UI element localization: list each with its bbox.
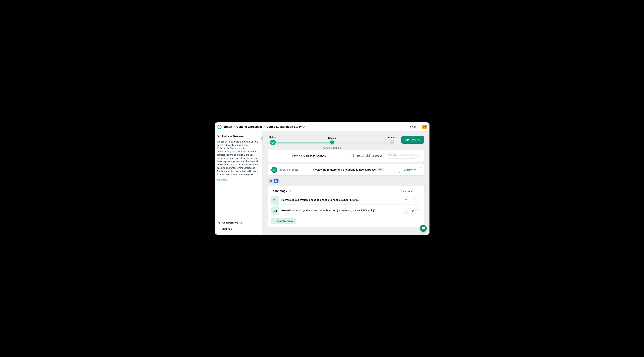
list-view-button[interactable] bbox=[274, 179, 278, 183]
matter-menu-button[interactable] bbox=[419, 189, 421, 193]
question-text[interactable]: How will we manage the subscription back… bbox=[279, 206, 401, 215]
question-menu-button[interactable] bbox=[417, 209, 419, 213]
question-row: 2 How will we manage the subscription ba… bbox=[271, 206, 421, 215]
avatar: SM bbox=[413, 125, 418, 129]
collaborators-count-badge: 2 bbox=[240, 221, 243, 224]
questions-stat: 21 Questions bbox=[366, 154, 382, 158]
step-label: Define bbox=[270, 136, 276, 138]
matters-count: 6 bbox=[352, 154, 354, 158]
check-icon bbox=[270, 140, 276, 145]
svg-point-6 bbox=[271, 181, 272, 182]
ai-title: Ritual Intelligence bbox=[280, 169, 298, 171]
question-text[interactable]: How would our systems need to change to … bbox=[279, 196, 401, 204]
question-label: How will we manage the subscription back… bbox=[282, 209, 376, 212]
edit-button[interactable] bbox=[410, 208, 416, 214]
matter-card: Technology 2 questions 1 bbox=[268, 186, 424, 227]
problem-statement-title: Problem Statement bbox=[222, 135, 244, 138]
question-menu-button[interactable] bbox=[417, 198, 419, 202]
beta-badge: Beta bbox=[377, 168, 384, 171]
ai-suggest-button[interactable] bbox=[403, 208, 409, 214]
crumb-workspace[interactable]: General Workspace bbox=[236, 125, 262, 129]
svg-point-0 bbox=[218, 222, 219, 223]
current-step-dot bbox=[330, 141, 334, 144]
svg-rect-7 bbox=[275, 180, 277, 181]
gear-icon bbox=[218, 227, 220, 230]
chevron-up-icon[interactable] bbox=[415, 190, 417, 193]
progress-stepper: Define Source Review Questions Explore bbox=[268, 136, 398, 145]
brand-logo-mark bbox=[218, 125, 222, 129]
ai-review-card: Ritual Intelligence Reviewing matters an… bbox=[268, 164, 424, 175]
chat-fab[interactable] bbox=[420, 225, 427, 232]
svg-rect-8 bbox=[275, 181, 277, 182]
matters-label: Matters bbox=[356, 155, 364, 157]
sparkle-icon bbox=[289, 190, 291, 193]
assigned-stat: 0 / 21 Questions assigned bbox=[388, 153, 420, 159]
step-label: Source bbox=[328, 137, 336, 139]
step-define[interactable]: Define bbox=[270, 136, 276, 145]
pending-step-dot bbox=[390, 140, 394, 145]
assigned-label: Questions assigned bbox=[398, 154, 419, 156]
review-status-label: Review Status: bbox=[292, 154, 309, 157]
svg-point-3 bbox=[270, 180, 270, 181]
step-explore[interactable]: Explore bbox=[388, 136, 396, 145]
sparkle-icon bbox=[271, 167, 277, 173]
collaborator-avatars[interactable]: MV SM bbox=[409, 125, 418, 129]
problem-statement-header: Problem Statement bbox=[217, 135, 260, 138]
chevron-down-icon bbox=[302, 125, 305, 128]
drag-icon bbox=[274, 210, 275, 212]
step-source[interactable]: Source Review Questions bbox=[328, 137, 336, 144]
review-status-card: Review Status: IN PROGRESS 6 Matters 21 … bbox=[268, 150, 424, 162]
breadcrumb: / General Workspace / Coffee Subscriptio… bbox=[234, 125, 304, 129]
ai-headline-text: Reviewing matters and questions is now a… bbox=[313, 168, 376, 171]
collaborators-label: Collaborators bbox=[222, 221, 238, 224]
drag-icon bbox=[274, 199, 275, 201]
compass-icon bbox=[217, 135, 220, 138]
svg-point-5 bbox=[270, 181, 270, 182]
settings-label: Settings bbox=[222, 228, 232, 230]
divider bbox=[349, 153, 350, 158]
drag-handle[interactable]: 1 bbox=[272, 196, 279, 204]
show-less-link[interactable]: Show Less bbox=[217, 178, 260, 181]
sidebar-item-collaborators[interactable]: Collaborators 2 bbox=[217, 220, 260, 226]
svg-point-4 bbox=[271, 180, 272, 181]
people-icon bbox=[218, 221, 220, 224]
assigned-count: 0 / 21 bbox=[388, 153, 397, 157]
questions-label: Questions bbox=[372, 155, 382, 157]
step-connector bbox=[335, 143, 388, 143]
divider bbox=[385, 153, 385, 158]
question-row: 1 How would our systems need to change t… bbox=[271, 196, 421, 205]
step-label: Explore bbox=[388, 136, 396, 139]
drag-handle[interactable]: 2 bbox=[272, 206, 279, 215]
grid-view-button[interactable] bbox=[268, 179, 273, 183]
svg-point-2 bbox=[218, 229, 219, 229]
brand-logo[interactable]: Ritual bbox=[218, 125, 232, 129]
top-bar: Ritual / General Workspace / Coffee Subs… bbox=[215, 122, 430, 131]
svg-point-1 bbox=[219, 222, 220, 223]
ai-review-button[interactable]: AI Review bbox=[399, 167, 420, 173]
crumb-separator: / bbox=[234, 125, 235, 129]
crumb-separator: / bbox=[264, 125, 265, 129]
matters-stat: 6 Matters bbox=[352, 154, 364, 158]
sidebar-item-settings[interactable]: Settings bbox=[217, 226, 260, 232]
plus-icon: + bbox=[274, 220, 276, 222]
step-connector bbox=[276, 143, 329, 143]
ai-suggest-button[interactable] bbox=[403, 197, 409, 203]
app-window: Ritual / General Workspace / Coffee Subs… bbox=[215, 122, 430, 235]
approve-all-button[interactable]: Approve All bbox=[401, 136, 424, 144]
ai-headline: Reviewing matters and questions is now a… bbox=[301, 168, 396, 171]
questions-count: 21 bbox=[366, 154, 370, 158]
problem-statement-text: We are trying to explore the potential o… bbox=[217, 140, 260, 176]
edit-button[interactable] bbox=[410, 197, 416, 203]
review-status-value: IN PROGRESS bbox=[310, 154, 326, 157]
crumb-study[interactable]: Coffee Subscription Study bbox=[266, 125, 304, 129]
add-question-label: Add Question bbox=[277, 220, 293, 222]
matter-question-count: 2 questions bbox=[401, 190, 413, 192]
question-number: 2 bbox=[276, 209, 277, 212]
question-label: How would our systems need to change to … bbox=[282, 199, 359, 202]
sidebar: Problem Statement We are trying to explo… bbox=[215, 131, 262, 235]
step-sublabel: Review Questions bbox=[322, 147, 342, 149]
user-avatar[interactable]: MV bbox=[422, 125, 427, 129]
matter-title[interactable]: Technology bbox=[271, 189, 287, 193]
main-content: Define Source Review Questions Explore bbox=[262, 131, 430, 235]
add-question-button[interactable]: + Add Question bbox=[271, 218, 296, 224]
